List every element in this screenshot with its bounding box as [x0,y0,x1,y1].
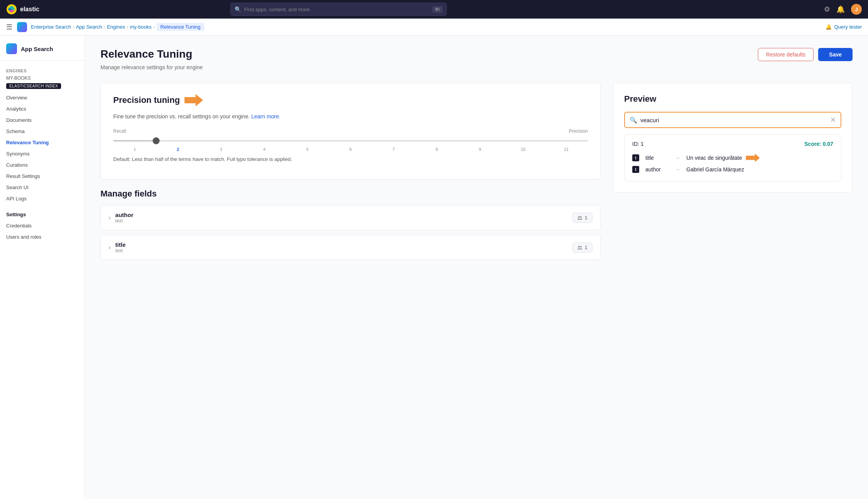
sidebar-item-curations[interactable]: Curations [0,159,85,171]
main-layout: App Search Engines MY-BOOKS ELASTICSEARC… [0,36,868,499]
title-field-name: title [115,241,567,248]
query-tester-label: Query tester [834,24,862,30]
two-column-layout: Precision tuning Fine tune the precision… [100,83,853,265]
app-indicator-icon [17,22,27,32]
svg-point-4 [12,8,15,10]
save-button[interactable]: Save [818,48,853,61]
title-weight-value: 1 [585,244,587,250]
page-title: Relevance Tuning [100,48,192,60]
sidebar-item-synonyms[interactable]: Synonyms [0,148,85,159]
notifications-icon[interactable]: 🔔 [836,5,845,14]
logo-text: elastic [20,6,39,13]
preview-search-bar[interactable]: 🔍 ✕ [624,112,841,128]
slider-tick-11: 11 [545,147,588,152]
page-header: Relevance Tuning Restore defaults Save [100,48,853,61]
restore-defaults-button[interactable]: Restore defaults [758,48,814,61]
precision-tuning-title: Precision tuning [113,94,588,106]
slider-thumb[interactable] [153,137,160,144]
preview-result-score: Score: 0.07 [804,141,833,147]
preview-field-row-author: t author → Gabriel García Márquez [632,164,833,175]
breadcrumb-my-books[interactable]: my-books [130,24,151,30]
preview-result-card: ID: 1 Score: 0.07 t title → Un veac de s… [624,134,841,181]
slider-tick-6: 6 [329,147,372,152]
breadcrumb-enterprise-search[interactable]: Enterprise Search [31,24,71,30]
preview-field-value-title: Un veac de singurătate [686,155,742,161]
preview-result-header: ID: 1 Score: 0.07 [632,141,833,147]
precision-tuning-section: Precision tuning Fine tune the precision… [100,83,601,179]
slider-tick-2: 2 [157,147,200,152]
author-weight-value: 1 [585,215,587,220]
slider-filled [113,140,156,142]
slider-tick-3: 3 [199,147,243,152]
preview-title-arrow-icon [746,154,760,162]
query-tester-icon: 🔔 [825,24,832,30]
query-tester-link[interactable]: 🔔 Query tester [825,24,862,30]
sidebar-item-settings[interactable]: Settings [0,209,85,220]
field-card-author: › author text ⚖ 1 [100,205,601,230]
slider-tick-10: 10 [502,147,545,152]
precision-label: Precision [569,128,588,134]
weight-icon-author: ⚖ [577,215,582,221]
title-chevron-icon[interactable]: › [109,244,111,251]
author-field-name: author [115,212,567,218]
sidebar-item-api-logs[interactable]: API Logs [0,193,85,204]
sidebar-item-analytics[interactable]: Analytics [0,103,85,114]
slider-track [113,140,588,142]
logo[interactable]: elastic [6,4,39,15]
sidebar-item-schema[interactable]: Schema [0,126,85,137]
settings-icon[interactable]: ⚙ [824,5,830,14]
preview-search-input[interactable] [640,117,827,123]
page-subtitle: Manage relevance settings for your engin… [100,64,853,70]
slider-tick-1: 1 [113,147,157,152]
sidebar-item-credentials[interactable]: Credentials [0,220,85,231]
breadcrumb-relevance-tuning[interactable]: Relevance Tuning [157,23,204,31]
precision-slider-container: Recall Precision 1 2 3 [113,128,588,162]
preview-field-arrow-title: → [675,155,680,161]
preview-section: Preview 🔍 ✕ ID: 1 Score: 0.07 t [613,83,853,193]
top-nav-right: ⚙ 🔔 J [824,4,862,15]
breadcrumb-app-search[interactable]: App Search [76,24,102,30]
preview-field-name-title: title [645,155,669,161]
recall-label: Recall [113,128,126,134]
preview-field-value-wrap-title: Un veac de singurătate [686,154,760,162]
precision-tuning-desc: Fine tune the precision vs. recall setti… [113,113,588,121]
author-field-type: text [115,218,567,224]
preview-search-icon: 🔍 [630,116,637,124]
hamburger-icon[interactable]: ☰ [6,23,12,31]
title-weight-badge[interactable]: ⚖ 1 [572,243,592,253]
preview-clear-icon[interactable]: ✕ [830,116,836,124]
sidebar-item-result-settings[interactable]: Result Settings [0,171,85,182]
sidebar-item-overview[interactable]: Overview [0,92,85,103]
slider-tick-5: 5 [286,147,329,152]
learn-more-link[interactable]: Learn more. [251,113,280,120]
author-chevron-icon[interactable]: › [109,214,111,221]
main-content: Relevance Tuning Restore defaults Save M… [85,36,868,499]
breadcrumb-engines[interactable]: Engines [107,24,125,30]
sidebar-item-relevance-tuning[interactable]: Relevance Tuning [0,137,85,148]
sidebar-item-documents[interactable]: Documents [0,114,85,126]
avatar[interactable]: J [851,4,862,15]
preview-title: Preview [624,94,841,104]
sidebar-engine-name: MY-BOOKS [0,75,85,82]
title-field-info: title text [115,241,567,253]
slider-track-wrap[interactable] [113,137,588,145]
slider-tick-8: 8 [415,147,458,152]
title-field-type: text [115,248,567,253]
sidebar-item-search-ui[interactable]: Search UI [0,182,85,193]
global-search-input[interactable] [244,3,429,15]
right-column: Preview 🔍 ✕ ID: 1 Score: 0.07 t [613,83,853,193]
preview-field-badge-title: t [632,154,639,161]
global-search-bar[interactable]: 🔍 ⌘/ [230,3,447,16]
preview-result-id: ID: 1 [632,141,644,147]
svg-point-3 [8,8,11,10]
sidebar-app-icon [6,43,17,54]
breadcrumb-bar: ☰ Enterprise Search › App Search › Engin… [0,19,868,36]
slider-tick-7: 7 [372,147,415,152]
author-weight-badge[interactable]: ⚖ 1 [572,213,592,223]
elastic-logo-icon [6,4,17,15]
field-card-title: › title text ⚖ 1 [100,235,601,260]
manage-fields-title: Manage fields [100,189,601,199]
slider-tick-9: 9 [458,147,502,152]
sidebar-item-users-roles[interactable]: Users and roles [0,231,85,243]
sidebar-engines-label: Engines [0,65,85,75]
